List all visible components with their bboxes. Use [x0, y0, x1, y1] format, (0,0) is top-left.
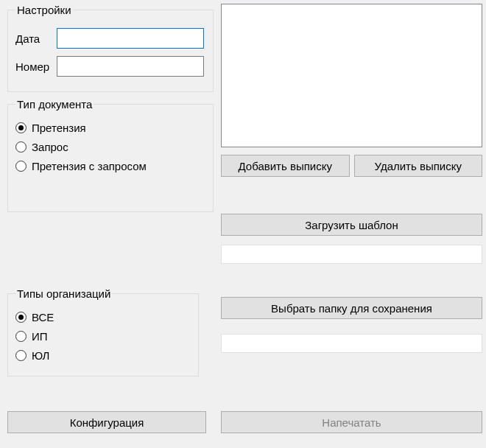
radio-label: ВСЕ [32, 311, 54, 323]
settings-legend: Настройки [15, 4, 73, 16]
radio-icon [15, 312, 27, 323]
radio-org-all[interactable]: ВСЕ [15, 311, 191, 323]
radio-icon [15, 331, 27, 342]
radio-label: Претензия [32, 122, 86, 134]
config-button[interactable]: Конфигурация [7, 411, 206, 433]
print-button[interactable]: Напечатать [221, 411, 482, 433]
radio-icon [15, 350, 27, 361]
load-template-button[interactable]: Загрузить шаблон [221, 214, 482, 236]
radio-icon [15, 141, 27, 153]
radio-label: ИП [32, 330, 48, 343]
date-input[interactable] [57, 28, 204, 49]
radio-claim[interactable]: Претензия [15, 122, 205, 134]
doc-type-group: Тип документа Претензия Запрос Претензия… [7, 98, 214, 212]
radio-label: Запрос [32, 141, 68, 153]
radio-label: Претензия с запросом [32, 160, 147, 172]
radio-label: ЮЛ [32, 349, 49, 362]
delete-extract-button[interactable]: Удалить выписку [354, 155, 483, 177]
date-label: Дата [15, 32, 57, 45]
number-label: Номер [15, 60, 57, 73]
settings-group: Настройки Дата Номер [7, 4, 214, 92]
radio-request[interactable]: Запрос [15, 141, 205, 153]
add-extract-button[interactable]: Добавить выписку [221, 155, 350, 177]
org-type-legend: Типы организаций [15, 287, 112, 300]
doc-type-legend: Тип документа [15, 98, 94, 111]
choose-folder-button[interactable]: Выбрать папку для сохранения [221, 297, 482, 319]
radio-icon [15, 122, 27, 133]
folder-path-display [221, 334, 482, 353]
radio-org-ul[interactable]: ЮЛ [15, 349, 191, 362]
template-path-display [221, 245, 482, 264]
radio-claim-request[interactable]: Претензия с запросом [15, 160, 205, 172]
number-input[interactable] [57, 56, 204, 77]
org-type-group: Типы организаций ВСЕ ИП ЮЛ [7, 287, 199, 377]
extract-listbox[interactable] [221, 4, 482, 147]
radio-org-ip[interactable]: ИП [15, 330, 191, 343]
radio-icon [15, 161, 27, 172]
